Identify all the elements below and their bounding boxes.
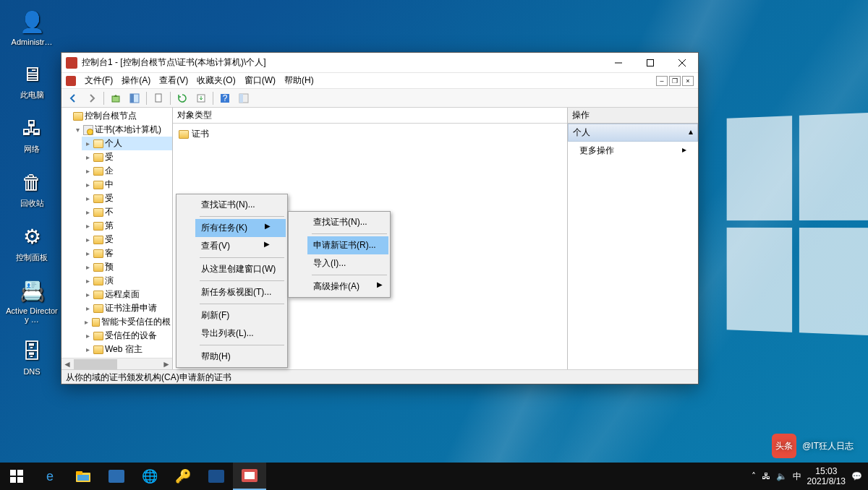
tree-node[interactable]: ▸ Web 宿主 xyxy=(82,343,172,356)
taskbar-ie[interactable]: e xyxy=(33,463,67,490)
desktop-icon-label: Administr… xyxy=(12,38,53,46)
tree-node[interactable]: ▸ 受 xyxy=(82,233,172,246)
tray-clock[interactable]: 15:03 2021/8/13 xyxy=(807,466,846,487)
tree-node[interactable]: ▸ 客 xyxy=(82,246,172,260)
desktop-icon[interactable]: 🗄DNS xyxy=(6,337,58,376)
back-button[interactable] xyxy=(64,90,82,106)
desktop-icon[interactable]: ⚙控制面板 xyxy=(6,222,58,263)
tree-node[interactable]: ▸ 受 xyxy=(82,192,172,205)
taskbar[interactable]: e 🌐 🔑 ˄ 🖧 🔈 中 15:03 2021/8/13 💬 xyxy=(0,463,868,490)
list-item-label: 证书 xyxy=(192,128,209,140)
tree-node[interactable]: ▸ 证书注册申请 xyxy=(82,301,172,315)
tree-node[interactable]: ▸ 第 xyxy=(82,219,172,233)
folder-icon xyxy=(93,236,103,244)
minimize-button[interactable] xyxy=(603,53,634,73)
actions-pane: 操作 个人 ▴ 更多操作 ▸ xyxy=(568,108,698,369)
tree-node[interactable]: ▸ 智能卡受信任的根 xyxy=(82,315,172,329)
tree-node[interactable]: ▸ 受信任的设备 xyxy=(82,329,172,343)
taskbar-app3[interactable] xyxy=(200,463,233,490)
submenu-arrow-icon: ▶ xyxy=(265,222,271,234)
show-hide-tree-button[interactable] xyxy=(126,90,143,106)
desktop-icon[interactable]: 🗑回收站 xyxy=(6,168,58,209)
tree-node[interactable]: ▸ 预 xyxy=(82,260,172,274)
list-item[interactable]: 证书 xyxy=(177,126,563,142)
actions-title: 操作 xyxy=(568,108,698,124)
desktop-icon[interactable]: 📇Active Directory … xyxy=(6,276,58,324)
scroll-right-icon[interactable]: ► xyxy=(161,358,172,369)
desktop-icon[interactable]: 🖥此电脑 xyxy=(6,59,58,100)
tree-node[interactable]: ▸ 不 xyxy=(82,205,172,219)
tree-node[interactable]: ▸ 演 xyxy=(82,274,172,288)
forward-button[interactable] xyxy=(83,90,101,106)
menu-item[interactable]: 文件(F) xyxy=(80,73,117,88)
scroll-thumb[interactable] xyxy=(74,359,117,369)
actions-selected[interactable]: 个人 ▴ xyxy=(568,124,698,142)
taskbar-app1[interactable]: 🌐 xyxy=(133,463,166,490)
menu-item[interactable]: 操作(A) xyxy=(117,73,155,88)
mdi-close-icon[interactable]: × xyxy=(682,76,694,86)
maximize-button[interactable] xyxy=(634,53,666,73)
refresh-button[interactable] xyxy=(174,90,191,106)
tray-ime[interactable]: 中 xyxy=(793,470,801,483)
folder-icon xyxy=(93,167,103,176)
taskbar-app2[interactable]: 🔑 xyxy=(166,463,200,490)
svg-rect-3 xyxy=(130,94,134,103)
tree-node[interactable]: ▸ 受 xyxy=(82,150,172,164)
submenu-arrow-icon: ▶ xyxy=(264,240,270,252)
scroll-left-icon[interactable]: ◄ xyxy=(61,358,73,369)
mdi-controls[interactable]: – ❐ × xyxy=(656,76,694,86)
menu-item[interactable]: 查看(V) xyxy=(155,73,192,88)
context-submenu[interactable]: 查找证书(N)...申请新证书(R)...导入(I)...高级操作(A)▶ xyxy=(288,211,391,298)
folder-icon xyxy=(93,139,103,148)
desktop-app-icon: 🖧 xyxy=(17,113,46,142)
tree-scrollbar[interactable]: ◄ ► xyxy=(61,358,172,369)
menu-item[interactable]: 收藏夹(O) xyxy=(192,73,239,88)
tree-store[interactable]: ▾ 证书(本地计算机) xyxy=(72,123,172,137)
help-button[interactable]: ? xyxy=(216,90,234,106)
tree-node[interactable]: ▸ 企 xyxy=(82,164,172,178)
mdi-minimize-icon[interactable]: – xyxy=(656,76,668,86)
cert-store-icon xyxy=(83,125,93,135)
close-button[interactable] xyxy=(666,53,698,73)
menu-item[interactable]: 帮助(H) xyxy=(280,73,318,88)
taskbar-server-manager[interactable] xyxy=(100,463,133,490)
desktop-icon-label: DNS xyxy=(23,367,40,376)
copy-button[interactable] xyxy=(150,90,167,106)
tree-node[interactable]: ▸ 中 xyxy=(82,178,172,192)
menu-item[interactable]: 窗口(W) xyxy=(240,73,280,88)
tree-pane[interactable]: 控制台根节点 ▾ 证书(本地计算机) ▸ 个人▸ 受▸ 企▸ 中▸ 受▸ 不▸ … xyxy=(61,108,173,369)
folder-icon xyxy=(93,332,103,340)
tree-node[interactable]: ▸ 个人 xyxy=(82,137,172,150)
tree-node[interactable]: ▸ 远程桌面 xyxy=(82,288,172,301)
submenu-arrow-icon: ▸ xyxy=(682,145,686,157)
desktop-icon[interactable]: 🖧网络 xyxy=(6,113,58,155)
options-button[interactable] xyxy=(235,90,252,106)
app-icon xyxy=(66,57,77,69)
context-menu[interactable]: 查找证书(N)...所有任务(K)▶查看(V)▶从这里创建窗口(W)新任务板视图… xyxy=(176,194,288,368)
taskbar-explorer[interactable] xyxy=(67,463,100,490)
tray-chevron-icon[interactable]: ˄ xyxy=(752,471,756,481)
taskbar-mmc[interactable] xyxy=(233,463,266,490)
tray-sound-icon[interactable]: 🔈 xyxy=(776,471,787,481)
desktop-icons: 👤Administr…🖥此电脑🖧网络🗑回收站⚙控制面板📇Active Direc… xyxy=(6,7,58,376)
desktop-app-icon: 📇 xyxy=(17,276,46,305)
column-header[interactable]: 对象类型 xyxy=(173,108,567,124)
titlebar[interactable]: 控制台1 - [控制台根节点\证书(本地计算机)\个人] xyxy=(61,53,698,73)
export-button[interactable] xyxy=(192,90,210,106)
start-button[interactable] xyxy=(0,463,33,490)
status-bar: 从你的域的证书颁发机构(CA)申请新的证书 xyxy=(61,369,698,384)
mdi-restore-icon[interactable]: ❐ xyxy=(669,76,681,86)
tray-notifications-icon[interactable]: 💬 xyxy=(851,471,862,481)
tray-network-icon[interactable]: 🖧 xyxy=(762,471,770,481)
tree-root[interactable]: 控制台根节点 xyxy=(61,109,172,123)
desktop-app-icon: ⚙ xyxy=(17,222,46,251)
svg-rect-4 xyxy=(156,94,161,102)
up-button[interactable] xyxy=(107,90,124,106)
system-tray[interactable]: ˄ 🖧 🔈 中 15:03 2021/8/13 💬 xyxy=(752,466,868,487)
svg-rect-15 xyxy=(76,471,82,475)
folder-icon xyxy=(93,153,103,162)
desktop-app-icon: 👤 xyxy=(17,7,46,36)
submenu-arrow-icon: ▶ xyxy=(377,280,383,293)
actions-more[interactable]: 更多操作 ▸ xyxy=(568,142,698,160)
desktop-icon[interactable]: 👤Administr… xyxy=(6,7,58,46)
